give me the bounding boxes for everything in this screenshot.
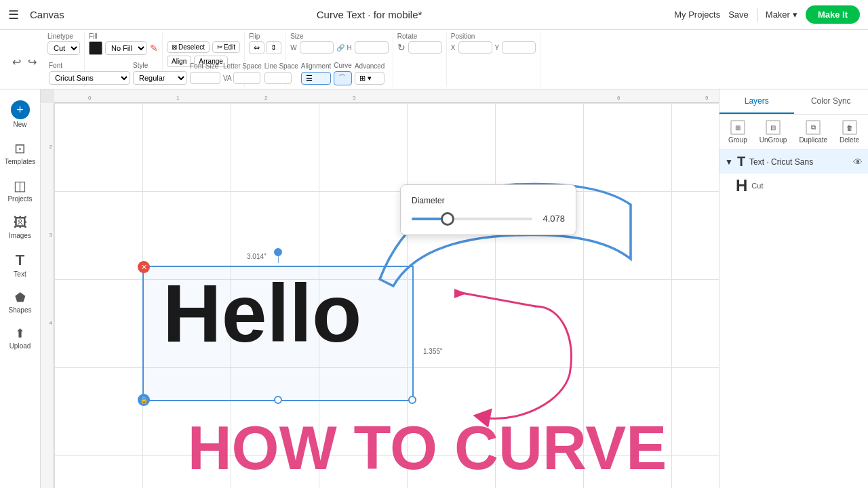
images-icon: 🖼 [14, 215, 27, 230]
position-label: Position [451, 33, 475, 40]
sidebar-item-upload[interactable]: ⬆ Upload [2, 321, 39, 355]
diameter-title: Diameter [412, 196, 565, 205]
group-action[interactable]: ⊞ Group [728, 120, 747, 144]
bottom-mid-handle[interactable] [274, 396, 282, 404]
sidebar-images-label: Images [9, 232, 31, 239]
my-projects-button[interactable]: My Projects [674, 9, 720, 20]
size-height-input[interactable]: 1.001 [355, 41, 389, 54]
position-y-input[interactable]: 1.306 [502, 41, 536, 54]
left-sidebar: + New ⊡ Templates ◫ Projects 🖼 Images T … [0, 89, 41, 488]
style-section: Style Regular [133, 62, 187, 85]
advanced-section: Advanced ⊞ ▾ [355, 62, 384, 85]
line-space-input[interactable] [264, 72, 292, 84]
panel-actions: ⊞ Group ⊟ UnGroup ⧉ Duplicate 🗑 Delete [719, 115, 868, 150]
ungroup-icon: ⊟ [766, 120, 781, 135]
group-icon: ⊞ [730, 120, 745, 135]
sublayer-type-icon: H [736, 176, 747, 195]
alignment-button[interactable]: ☰ [301, 72, 331, 85]
bg-text-line1: HOW TO CURVE TEXT [122, 415, 719, 488]
edit-pen-icon[interactable]: ✎ [150, 43, 158, 54]
diameter-value: 4.078 [538, 214, 565, 224]
diameter-popup: Diameter 4.078 [400, 184, 576, 235]
undo-button[interactable]: ↩ [9, 54, 24, 70]
toolbar: ↩ ↪ Linetype Cut Fill No Fill ✎ . ⊠ Dese… [0, 30, 868, 89]
sidebar-text-label: Text [14, 270, 26, 278]
rotate-line [278, 251, 279, 263]
rotate-label: Rotate [397, 33, 417, 40]
deselect-button[interactable]: ⊠ Deselect [167, 41, 210, 53]
top-bar: ☰ Canvas Curve Text · for mobile* My Pro… [0, 0, 868, 30]
close-handle[interactable]: ✕ [138, 261, 150, 273]
sidebar-item-projects[interactable]: ◫ Projects [2, 172, 39, 208]
rotate-input[interactable]: 0 [408, 41, 442, 54]
diameter-slider[interactable] [412, 218, 532, 220]
layer-item[interactable]: ▼ T Text · Cricut Sans 👁 [719, 150, 868, 174]
edit-icon: ✂ [217, 43, 222, 51]
flip-label: Flip [249, 33, 260, 40]
main-layout: + New ⊡ Templates ◫ Projects 🖼 Images T … [0, 89, 868, 488]
redo-button[interactable]: ↪ [25, 54, 39, 70]
color-swatch[interactable] [89, 41, 102, 55]
delete-action[interactable]: 🗑 Delete [840, 120, 859, 144]
deselect-icon: ⊠ [172, 43, 177, 51]
position-x-input[interactable]: 1.057 [458, 41, 492, 54]
letter-space-section: Letter Space VA 1.2 [223, 62, 262, 84]
save-button[interactable]: Save [728, 9, 749, 20]
shapes-icon: ⬟ [15, 290, 26, 305]
layer-group: ▼ T Text · Cricut Sans 👁 H Cut [719, 150, 868, 198]
canvas-content: HOW TO CURVE TEXT IN CRICUT DESIGN SPACE… [54, 103, 719, 488]
bg-text-block: HOW TO CURVE TEXT IN CRICUT DESIGN SPACE… [122, 415, 719, 488]
ungroup-action[interactable]: ⊟ UnGroup [760, 120, 787, 144]
duplicate-icon: ⧉ [806, 120, 821, 135]
advanced-button[interactable]: ⊞ ▾ [355, 72, 384, 85]
maker-button[interactable]: Maker ▾ [766, 9, 797, 20]
sidebar-item-images[interactable]: 🖼 Images [2, 209, 39, 245]
sidebar-item-shapes[interactable]: ⬟ Shapes [2, 285, 39, 319]
diameter-thumb[interactable] [441, 212, 454, 226]
position-section: Position X 1.057 Y 1.306 [447, 33, 540, 87]
font-select[interactable]: Cricut Sans [49, 71, 130, 85]
sidebar-item-text[interactable]: T Text [2, 246, 39, 283]
height-measurement: 1.355" [420, 347, 446, 356]
duplicate-action[interactable]: ⧉ Duplicate [799, 120, 827, 144]
alignment-section: Alignment ☰ [301, 62, 331, 85]
linetype-select[interactable]: Cut [47, 41, 80, 55]
size-width-input[interactable]: 2.668 [300, 41, 334, 54]
new-icon: + [11, 100, 30, 119]
curve-button[interactable]: ⌒ [334, 71, 352, 85]
font-size-input[interactable]: 72 [190, 72, 220, 84]
delete-icon: 🗑 [842, 120, 857, 135]
width-measurement: 3.014" [244, 252, 269, 261]
canvas-area[interactable]: 0 1 2 3 6 9 2 3 4 HOW TO CURVE TEXT IN C… [41, 89, 719, 488]
ruler-vertical: 2 3 4 [41, 103, 54, 488]
sidebar-projects-label: Projects [7, 195, 32, 203]
menu-icon[interactable]: ☰ [8, 7, 19, 22]
lock-handle[interactable]: 🔒 [138, 394, 150, 406]
make-it-button[interactable]: Make It [806, 5, 860, 24]
style-select[interactable]: Regular [133, 71, 187, 85]
expand-icon[interactable]: ▼ [725, 157, 733, 167]
flip-h-button[interactable]: ⇔ [249, 41, 264, 54]
fill-select[interactable]: No Fill [105, 41, 147, 55]
right-panel: Layers Color Sync ⊞ Group ⊟ UnGroup ⧉ Du… [719, 89, 868, 488]
sidebar-templates-label: Templates [5, 158, 36, 165]
edit-button[interactable]: ✂ Edit [212, 41, 240, 53]
tab-color-sync[interactable]: Color Sync [794, 89, 869, 114]
sidebar-shapes-label: Shapes [9, 306, 32, 314]
sublayer-item[interactable]: H Cut [719, 174, 868, 198]
layer-name: Text · Cricut Sans [749, 157, 849, 167]
diameter-controls: 4.078 [412, 214, 565, 224]
flip-v-button[interactable]: ⇕ [266, 41, 281, 54]
letter-space-input[interactable]: 1.2 [233, 72, 260, 84]
bottom-right-handle[interactable] [408, 396, 416, 404]
fill-label: Fill [89, 33, 98, 40]
sidebar-new-label: New [13, 121, 26, 128]
visibility-icon[interactable]: 👁 [853, 157, 863, 167]
panel-tabs: Layers Color Sync [719, 89, 868, 115]
rotate-icon: ↻ [397, 42, 406, 53]
rotate-section: Rotate ↻ 0 [393, 33, 447, 87]
sidebar-item-templates[interactable]: ⊡ Templates [2, 135, 39, 171]
tab-layers[interactable]: Layers [719, 89, 794, 114]
hello-text: Hello [163, 272, 361, 354]
sidebar-item-new[interactable]: + New [2, 95, 39, 134]
